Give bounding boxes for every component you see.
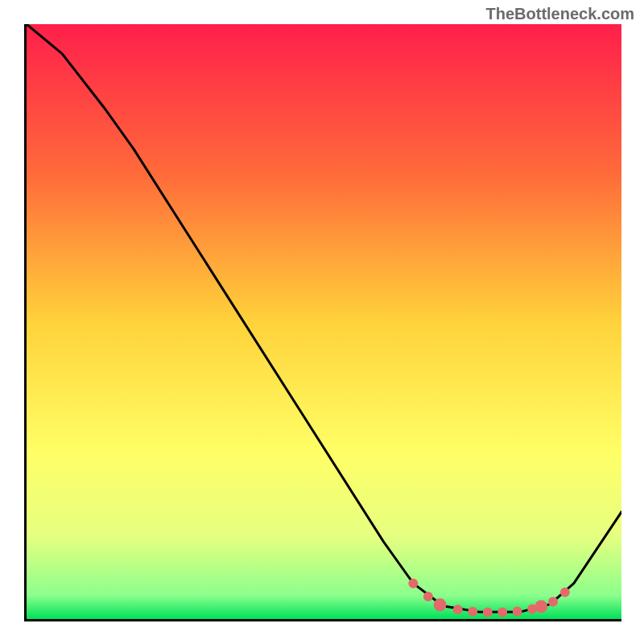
marker-dot (513, 606, 522, 616)
marker-dot (408, 579, 418, 588)
watermark-text: TheBottleneck.com (486, 5, 634, 23)
marker-dot (468, 607, 477, 617)
plot-area (24, 24, 621, 621)
bottleneck-curve (27, 24, 621, 612)
marker-dot (560, 588, 570, 597)
curve-layer (27, 24, 621, 619)
marker-dot (497, 608, 507, 617)
marker-dot (535, 600, 547, 613)
marker-group (408, 579, 569, 617)
marker-dot (548, 597, 558, 607)
chart-container: TheBottleneck.com (0, 0, 644, 644)
marker-dot (453, 605, 463, 614)
marker-dot (434, 598, 447, 611)
marker-dot (423, 592, 433, 601)
marker-dot (483, 608, 493, 617)
